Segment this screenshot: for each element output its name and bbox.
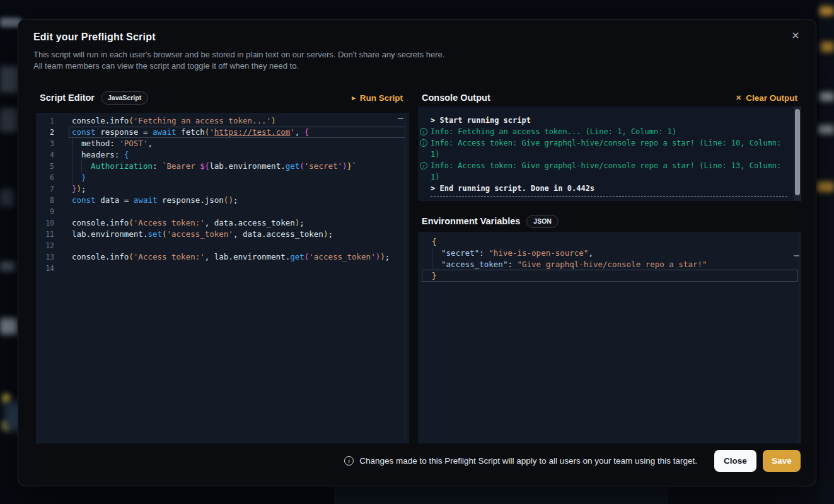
- backdrop-blur-text: [0, 66, 19, 93]
- code-line: });: [72, 183, 404, 195]
- preflight-script-modal: ✕ Edit your Preflight Script This script…: [18, 19, 816, 486]
- run-script-label: Run Script: [360, 93, 403, 103]
- modal-description-line1: This script will run in each user's brow…: [33, 49, 444, 60]
- env-scroll-track: [799, 232, 799, 444]
- code-line: [72, 263, 404, 274]
- info-icon: i: [420, 162, 427, 169]
- code-line: }: [72, 172, 404, 183]
- clear-x-icon: ✕: [736, 94, 741, 102]
- code-line: [72, 240, 404, 251]
- line-number: 6: [36, 172, 54, 183]
- console-line-text: > Start running script: [431, 115, 792, 126]
- backdrop-blur-text: [0, 318, 18, 335]
- footer-note: Changes made to this Preflight Script wi…: [359, 456, 697, 466]
- backdrop-blur-text: [0, 261, 15, 272]
- backdrop-band: [819, 0, 834, 504]
- overview-ruler-mark: [398, 118, 403, 119]
- script-editor[interactable]: 1234567891011121314 console.info('Fetchi…: [36, 113, 409, 444]
- line-number: 8: [36, 195, 54, 206]
- info-icon: i: [420, 139, 427, 147]
- console-separator: [431, 197, 787, 197]
- code-line: console.info('Fetching an access token..…: [72, 115, 404, 127]
- console-output-title: Console Output: [422, 93, 490, 103]
- line-number: 3: [36, 138, 54, 149]
- line-number: 10: [36, 217, 54, 229]
- console-line-text: Info: Access token: Give graphql-hive/co…: [431, 160, 792, 183]
- console-line-text: > End running script. Done in 0.442s: [431, 183, 792, 194]
- console-line: > End running script. Done in 0.442s: [418, 183, 792, 194]
- console-output-header: Console Output ✕ Clear Output: [422, 90, 801, 105]
- console-output-panel[interactable]: > Start running scriptiInfo: Fetching an…: [418, 106, 801, 201]
- line-number: 1: [36, 115, 54, 127]
- code-line: Authorization: `Bearer ${lab.environment…: [72, 161, 404, 172]
- close-icon[interactable]: ✕: [787, 27, 804, 45]
- environment-variables-title: Environment Variables: [422, 216, 520, 226]
- clear-output-button[interactable]: ✕ Clear Output: [736, 93, 797, 103]
- clear-output-label: Clear Output: [746, 93, 797, 103]
- script-editor-code: console.info('Fetching an access token..…: [72, 115, 404, 274]
- save-button[interactable]: Save: [763, 450, 801, 472]
- environment-variables-header: Environment Variables JSON: [422, 214, 801, 229]
- line-number: 7: [36, 183, 54, 195]
- backdrop-blur-text: [821, 42, 834, 52]
- code-line: headers: {: [72, 149, 404, 161]
- console-line: iInfo: Access token: Give graphql-hive/c…: [418, 160, 792, 183]
- console-line-text: Info: Fetching an access token... (Line:…: [431, 126, 792, 137]
- env-editor[interactable]: { "secret": "hive-is-open-source", "acce…: [418, 232, 801, 444]
- code-line: console.info('Access token:', lab.enviro…: [72, 251, 404, 263]
- code-line: "access_token": "Give graphql-hive/conso…: [432, 259, 796, 270]
- console-line: > Start running script: [418, 115, 792, 126]
- code-line: }: [432, 270, 796, 282]
- line-number: 11: [36, 229, 54, 240]
- code-line: lab.environment.set('access_token', data…: [72, 229, 404, 240]
- script-editor-gutter: 1234567891011121314: [36, 115, 54, 274]
- backdrop-blur-text: [817, 181, 834, 192]
- backdrop-blur-text: [0, 189, 14, 207]
- script-editor-header: Script Editor JavaScript ▸ Run Script: [40, 90, 409, 105]
- info-icon: i: [420, 128, 427, 135]
- code-line: console.info('Access token:', data.acces…: [72, 217, 404, 229]
- backdrop-blur-text: [820, 92, 834, 101]
- javascript-badge: JavaScript: [101, 91, 148, 105]
- json-badge: JSON: [526, 215, 559, 228]
- line-number: 9: [36, 206, 54, 217]
- line-number: 12: [36, 240, 54, 251]
- code-line: const response = await fetch('https://te…: [72, 127, 404, 138]
- console-lines: > Start running scriptiInfo: Fetching an…: [418, 106, 801, 197]
- code-line: method: 'POST',: [72, 138, 404, 149]
- page-title: Edit your Preflight Script: [33, 32, 156, 43]
- line-number: 2: [36, 127, 54, 138]
- line-number: 4: [36, 149, 54, 161]
- backdrop-blur-text: [818, 125, 834, 134]
- editor-scroll-track: [405, 113, 405, 444]
- close-button[interactable]: Close: [714, 450, 756, 472]
- line-number: 5: [36, 161, 54, 172]
- console-scrollbar: [794, 106, 801, 201]
- console-scrollbar-thumb[interactable]: [795, 109, 800, 195]
- console-line: iInfo: Fetching an access token... (Line…: [418, 126, 792, 137]
- code-line: {: [432, 236, 796, 248]
- run-script-button[interactable]: ▸ Run Script: [352, 93, 403, 103]
- console-line: iInfo: Access token: Give graphql-hive/c…: [418, 137, 792, 160]
- modal-footer: i Changes made to this Preflight Script …: [344, 449, 801, 472]
- code-line: "secret": "hive-is-open-source",: [432, 248, 796, 259]
- env-overview-ruler-mark: [794, 255, 799, 256]
- console-line-text: Info: Access token: Give graphql-hive/co…: [431, 137, 792, 160]
- info-circle-icon: i: [344, 456, 354, 466]
- play-icon: ▸: [352, 94, 356, 102]
- code-line: [72, 206, 404, 217]
- line-number: 14: [36, 263, 54, 274]
- env-editor-code: { "secret": "hive-is-open-source", "acce…: [432, 236, 796, 282]
- script-editor-title: Script Editor: [40, 93, 95, 103]
- code-line: const data = await response.json();: [72, 195, 404, 206]
- line-number: 13: [36, 251, 54, 263]
- modal-description-line2: All team members can view the script and…: [33, 60, 299, 72]
- backdrop-blur-text: [820, 6, 834, 16]
- backdrop-blur-text: [0, 108, 18, 132]
